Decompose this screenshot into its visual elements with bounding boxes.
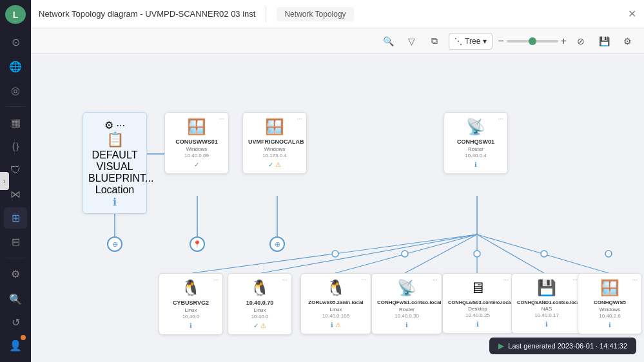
node-linux3[interactable]: ··· 🐧 ZORLwS05.zanin.local Linux 10.40.0… xyxy=(300,273,371,334)
sidebar-item-user[interactable]: 👤 xyxy=(4,334,27,357)
linux1-type: Linux xyxy=(164,307,217,313)
node-router1[interactable]: ··· 📡 CONHQSW01 Router 10.40.0.4 ℹ xyxy=(444,112,508,174)
sidebar-item-chart[interactable]: ◎ xyxy=(4,80,27,101)
more-icon[interactable]: ··· xyxy=(297,115,302,122)
network-topology-tab[interactable]: Network Topology xyxy=(277,7,353,21)
clone-button[interactable]: ⧉ xyxy=(425,32,444,50)
more-icon[interactable]: ··· xyxy=(362,276,367,283)
windows3-status: ℹ xyxy=(583,321,636,329)
close-button[interactable]: ✕ xyxy=(628,8,636,20)
search-button[interactable]: 🔍 xyxy=(379,32,397,50)
filter-button[interactable]: ▽ xyxy=(402,32,420,50)
play-icon: ▶ xyxy=(498,341,504,350)
linux1-icon: 🐧 xyxy=(164,279,217,297)
svg-point-14 xyxy=(474,251,480,257)
router2-type: Router xyxy=(377,307,436,312)
node-windows3[interactable]: ··· 🪟 CONHQWrS5 Windows 10.40.2.6 ℹ xyxy=(578,273,642,334)
settings-icon[interactable]: ⚙ xyxy=(104,120,113,131)
save-button[interactable]: 💾 xyxy=(595,32,613,50)
info-icon: ℹ xyxy=(113,196,117,207)
more-icon[interactable]: ··· xyxy=(117,120,125,131)
connector-windows2: ⊕ xyxy=(269,236,285,252)
zoom-in-button[interactable]: + xyxy=(561,35,567,47)
more-icon[interactable]: ··· xyxy=(572,276,578,283)
last-generated-bar: ▶ Last generated 2023-06-01 · 14:41:32 xyxy=(489,338,636,354)
warn-icon: ⚠ xyxy=(275,161,281,168)
svg-line-5 xyxy=(192,234,477,273)
sidebar-item-network[interactable]: ⊞ xyxy=(4,207,27,229)
node-blueprint[interactable]: ⚙ ··· 📋 DEFAULT VISUAL BLUEPRINT... Loca… xyxy=(83,112,147,214)
zoom-slider[interactable] xyxy=(507,40,558,43)
sidebar-item-search[interactable]: 🔍 xyxy=(4,287,27,310)
node-linux1[interactable]: ··· 🐧 CYBUSRVG2 Linux 10.40.0 ℹ xyxy=(159,273,223,335)
sidebar-item-dashboard[interactable]: ⊙ xyxy=(4,32,27,53)
last-generated-label: Last generated 2023-06-01 · 14:41:32 xyxy=(508,342,627,350)
svg-point-13 xyxy=(402,251,408,257)
info-icon: ℹ xyxy=(609,321,611,329)
avatar[interactable]: L xyxy=(5,5,26,24)
tree-dropdown[interactable]: ⋱ Tree ▾ xyxy=(449,33,493,50)
node-windows2[interactable]: ··· 🪟 UVMFRIGNOCALAB Windows 10.173.0.4 … xyxy=(242,112,307,174)
disable-button[interactable]: ⊘ xyxy=(572,32,590,50)
router1-icon: 📡 xyxy=(449,118,502,136)
main-content: Network Topology diagram - UVMPD-SCANNER… xyxy=(31,0,644,362)
divider-1 xyxy=(6,106,25,107)
more-icon[interactable]: ··· xyxy=(632,276,638,283)
warn-icon: ⚠ xyxy=(335,321,341,329)
info-icon: ℹ xyxy=(405,321,408,329)
blueprint-name: DEFAULT VISUAL BLUEPRINT... xyxy=(88,149,141,184)
warn-icon: ⚠ xyxy=(260,322,266,329)
sidebar-item-monitor[interactable]: ▦ xyxy=(4,112,27,133)
sidebar-item-building[interactable]: ⊟ xyxy=(4,231,27,252)
nas-name: CONHQSAND1.contso.local xyxy=(517,300,576,305)
blueprint-type: Location xyxy=(88,184,141,196)
node-linux2[interactable]: ··· 🐧 10.40.0.70 Linux 10.40.0 ✓ ⚠ xyxy=(228,273,292,335)
sidebar-item-globe[interactable]: 🌐 xyxy=(4,55,27,77)
expand-arrow[interactable]: › xyxy=(0,172,9,190)
zoom-out-button[interactable]: − xyxy=(498,35,503,47)
toolbar: › 🔍 ▽ ⧉ ⋱ Tree ▾ − + ⊘ 💾 ⚙ xyxy=(31,28,644,54)
sidebar-bottom-group: 🔍 ↺ 👤 xyxy=(4,287,27,357)
blueprint-status: ℹ xyxy=(88,196,141,208)
svg-point-15 xyxy=(541,251,547,257)
router1-ip: 10.40.0.4 xyxy=(449,153,502,158)
nas-type: NAS xyxy=(517,306,576,312)
desktop-ip: 10.40.0.25 xyxy=(448,312,507,318)
router2-status: ℹ xyxy=(377,321,436,329)
svg-point-16 xyxy=(605,251,612,257)
windows3-name: CONHQWrS5 xyxy=(583,300,636,306)
svg-line-6 xyxy=(261,234,477,273)
node-router2[interactable]: ··· 📡 CONHQFwS1.contso.local Router 10.4… xyxy=(371,273,442,334)
router2-name: CONHQFwS1.contso.local xyxy=(377,300,436,306)
blueprint-icon: 📋 xyxy=(88,131,141,148)
config-button[interactable]: ⚙ xyxy=(618,32,636,50)
linux3-name: ZORLwS05.zanin.local xyxy=(306,300,366,306)
linux2-ip: 10.40.0 xyxy=(233,314,286,319)
desktop-status: ℹ xyxy=(448,321,507,328)
page-title: Network Topology diagram - UVMPD-SCANNER… xyxy=(39,9,255,19)
sidebar-item-settings[interactable]: ⚙ xyxy=(4,263,27,285)
network-canvas[interactable]: ⚙ ··· 📋 DEFAULT VISUAL BLUEPRINT... Loca… xyxy=(31,54,644,362)
ok-icon: ✓ xyxy=(194,161,199,168)
more-icon[interactable]: ··· xyxy=(219,115,224,122)
more-icon[interactable]: ··· xyxy=(503,276,509,283)
more-icon[interactable]: ··· xyxy=(433,276,438,283)
info-icon: ℹ xyxy=(331,321,333,329)
sidebar-item-refresh[interactable]: ↺ xyxy=(4,310,27,334)
linux3-icon: 🐧 xyxy=(306,279,366,297)
chevron-down-icon: ▾ xyxy=(483,37,487,46)
zoom-thumb xyxy=(529,37,536,45)
desktop-icon: 🖥 xyxy=(448,279,507,297)
desktop-type: Desktop xyxy=(448,306,507,312)
titlebar: Network Topology diagram - UVMPD-SCANNER… xyxy=(31,0,644,28)
sidebar-item-code[interactable]: ⟨⟩ xyxy=(4,136,27,157)
more-icon[interactable]: ··· xyxy=(498,115,503,122)
node-nas[interactable]: ··· 💾 CONHQSAND1.contso.local NAS 10.40.… xyxy=(511,273,582,334)
node-windows1[interactable]: ··· 🪟 CONUSWWS01 Windows 10.40.0.69 ✓ xyxy=(164,112,229,174)
info-icon: ℹ xyxy=(476,321,479,328)
more-icon[interactable]: ··· xyxy=(213,276,219,283)
windows3-ip: 10.40.2.6 xyxy=(583,313,636,319)
node-desktop[interactable]: ··· 🖥 CONHQLwS03.contelo.local Desktop 1… xyxy=(442,273,513,334)
router1-status: ℹ xyxy=(449,161,502,168)
more-icon[interactable]: ··· xyxy=(282,276,288,283)
